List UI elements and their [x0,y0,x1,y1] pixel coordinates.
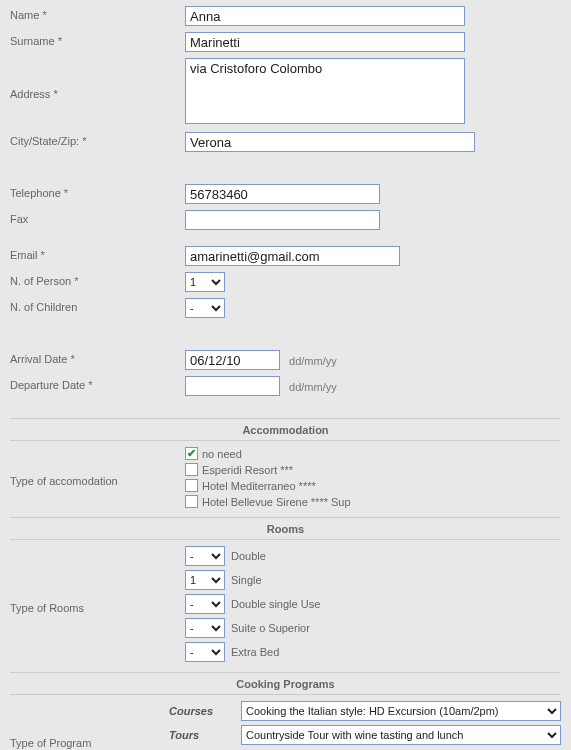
room-type-label: Extra Bed [231,646,279,658]
room-qty-select-4[interactable]: - [185,642,225,662]
nchildren-select[interactable]: - [185,298,225,318]
date-hint-arrival: dd/mm/yy [289,355,337,367]
city-input[interactable] [185,132,475,152]
telephone-label: Telephone * [10,184,185,199]
courses-select[interactable]: Cooking the Italian style: HD Excursion … [241,701,561,721]
room-type-label: Single [231,574,262,586]
name-input[interactable] [185,6,465,26]
departure-label: Departure Date * [10,376,185,391]
room-type-label: Suite o Superior [231,622,310,634]
accom-option-label: Hotel Bellevue Sirene **** Sup [202,496,351,508]
accom-option-label: Hotel Mediterraneo **** [202,480,316,492]
type-rooms-label: Type of Rooms [10,599,185,614]
address-input[interactable] [185,58,465,124]
nperson-label: N. of Person * [10,272,185,287]
email-label: Email * [10,246,185,261]
rooms-heading: Rooms [10,517,561,540]
date-hint-departure: dd/mm/yy [289,381,337,393]
accom-option-label: no need [202,448,242,460]
departure-input[interactable] [185,376,280,396]
email-input[interactable] [185,246,400,266]
room-qty-select-0[interactable]: - [185,546,225,566]
arrival-label: Arrival Date * [10,350,185,365]
room-type-label: Double single Use [231,598,320,610]
telephone-input[interactable] [185,184,380,204]
tours-label: Tours [169,729,241,741]
fax-input[interactable] [185,210,380,230]
accom-checkbox-0[interactable] [185,447,198,460]
accom-checkbox-3[interactable] [185,495,198,508]
cooking-heading: Cooking Programs [10,672,561,695]
nchildren-label: N. of Children [10,298,185,313]
city-label: City/State/Zip: * [10,132,185,147]
accom-checkbox-2[interactable] [185,479,198,492]
surname-label: Surname * [10,32,185,47]
room-qty-select-3[interactable]: - [185,618,225,638]
type-program-label: Type of Program [10,734,169,749]
fax-label: Fax [10,210,185,225]
name-label: Name * [10,6,185,21]
accommodation-heading: Accommodation [10,418,561,441]
arrival-input[interactable] [185,350,280,370]
accom-option-label: Esperidi Resort *** [202,464,293,476]
room-qty-select-2[interactable]: - [185,594,225,614]
courses-label: Courses [169,705,241,717]
address-label: Address * [10,85,185,100]
surname-input[interactable] [185,32,465,52]
nperson-select[interactable]: 1 [185,272,225,292]
type-accom-label: Type of accomodation [10,472,185,487]
accom-checkbox-1[interactable] [185,463,198,476]
room-qty-select-1[interactable]: 1 [185,570,225,590]
room-type-label: Double [231,550,266,562]
tours-select[interactable]: Countryside Tour with wine tasting and l… [241,725,561,745]
